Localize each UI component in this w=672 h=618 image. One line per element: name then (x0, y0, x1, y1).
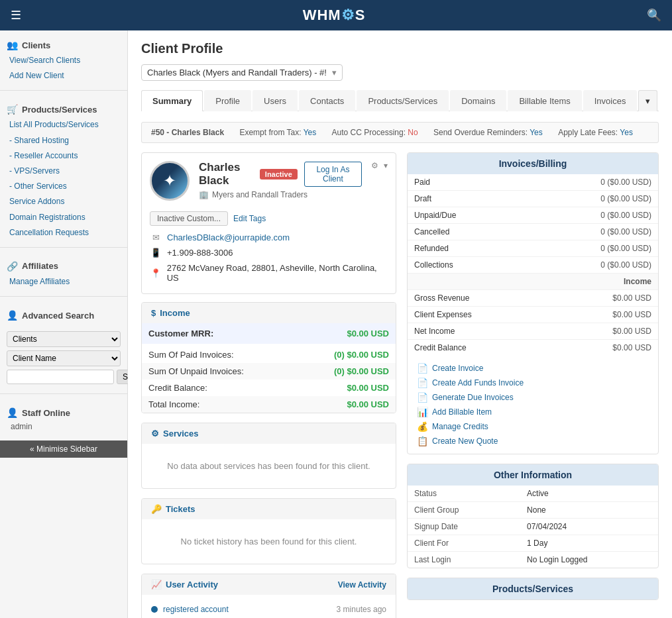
late-fees-link[interactable]: Yes (620, 128, 633, 137)
income-card-body: Customer MRR: $0.00 USD Sum Of Paid Invo… (142, 323, 396, 413)
tab-invoices[interactable]: Invoices (583, 90, 638, 111)
generate-due-invoices-link[interactable]: 📄 Generate Due Invoices (417, 390, 649, 405)
other-info-label-client-for: Client For (408, 535, 520, 552)
create-add-funds-link[interactable]: 📄 Create Add Funds Invoice (417, 376, 649, 390)
add-funds-icon: 📄 (417, 378, 428, 388)
tag-status-button[interactable]: Inactive Custom... (150, 211, 228, 226)
status-bar: #50 - Charles Black Exempt from Tax: Yes… (141, 122, 659, 143)
overdue-link[interactable]: Yes (530, 128, 543, 137)
sidebar-link-vps[interactable]: - VPS/Servers (7, 164, 121, 179)
app-logo: WHM⚙S (21, 7, 647, 24)
client-selector-dropdown[interactable]: Charles Black (Myers and Randall Traders… (141, 64, 343, 81)
avatar: ✦ (150, 161, 190, 201)
billing-value-cancelled: 0 ($0.00 USD) (539, 224, 658, 240)
tab-profile[interactable]: Profile (204, 90, 251, 111)
billing-label-collections: Collections (408, 257, 539, 274)
exempt-tax-link[interactable]: Yes (304, 128, 317, 137)
client-company: 🏢 Myers and Randall Traders (199, 190, 362, 199)
advsearch-icon: 👤 (7, 310, 18, 321)
edit-tags-link[interactable]: Edit Tags (233, 214, 266, 223)
activity-row-0: registered account 3 minutes ago (151, 601, 386, 617)
menu-icon[interactable]: ☰ (11, 8, 21, 23)
income-group-label: Income (408, 274, 658, 290)
other-info-value-client-for: 1 Day (520, 535, 658, 552)
tab-products-services[interactable]: Products/Services (357, 90, 449, 111)
gear-icon[interactable]: ⚙ (371, 161, 378, 170)
sidebar-title-staff: 👤 Staff Online (7, 403, 121, 421)
advsearch-field-dropdown[interactable]: Client Name Email Company (7, 350, 121, 366)
billing-value-credit: $0.00 USD (539, 340, 658, 356)
overdue-label: Send Overdue Reminders: (433, 128, 528, 137)
status-client-id: #50 - Charles Black (151, 128, 224, 137)
user-activity-body: registered account 3 minutes ago (142, 595, 396, 618)
staff-name: admin (7, 421, 121, 431)
create-new-quote-link[interactable]: 📋 Create New Quote (417, 434, 649, 448)
billing-label-unpaid: Unpaid/Due (408, 207, 539, 224)
email-row: ✉ CharlesDBlack@jourrapide.com (150, 230, 388, 245)
company-icon: 🏢 (199, 190, 209, 199)
chevron-down-icon[interactable]: ▾ (384, 161, 388, 170)
billing-label-expenses: Client Expenses (408, 307, 539, 323)
location-icon: 📍 (150, 268, 162, 278)
tab-domains[interactable]: Domains (450, 90, 506, 111)
other-info-value-signup: 07/04/2024 (520, 519, 658, 535)
billing-label-gross: Gross Revenue (408, 290, 539, 307)
activity-time: 3 minutes ago (337, 605, 386, 614)
tab-more-button[interactable]: ▾ (638, 90, 657, 111)
sidebar-link-add-new-client[interactable]: Add New Client (7, 68, 121, 83)
activity-dot (151, 606, 158, 613)
minimise-sidebar-button[interactable]: « Minimise Sidebar (0, 440, 127, 458)
tab-users[interactable]: Users (252, 90, 298, 111)
auto-cc-link[interactable]: No (408, 128, 418, 137)
tab-contacts[interactable]: Contacts (299, 90, 355, 111)
sidebar-link-view-search-clients[interactable]: View/Search Clients (7, 53, 121, 68)
tab-billable-items[interactable]: Billable Items (508, 90, 581, 111)
other-info-value-last-login: No Login Logged (520, 552, 658, 568)
address-text: 2762 McVaney Road, 28801, Asheville, Nor… (167, 263, 388, 283)
sidebar-link-reseller[interactable]: - Reseller Accounts (7, 148, 121, 164)
sidebar-link-shared-hosting[interactable]: - Shared Hosting (7, 133, 121, 148)
sidebar-link-service-addons[interactable]: Service Addons (7, 194, 121, 209)
services-empty-msg: No data about services has been found fo… (151, 450, 386, 482)
billing-value-gross: $0.00 USD (539, 290, 658, 307)
tab-summary[interactable]: Summary (141, 90, 203, 111)
sidebar-link-domain-reg[interactable]: Domain Registrations (7, 210, 121, 225)
create-invoice-link[interactable]: 📄 Create Invoice (417, 361, 649, 376)
billable-item-icon: 📊 (417, 407, 428, 417)
products-services-box: Products/Services (407, 578, 659, 600)
main-content: Client Profile Charles Black (Myers and … (128, 30, 672, 618)
advsearch-type-dropdown[interactable]: Clients Invoices Tickets (7, 331, 121, 347)
services-card-body: No data about services has been found fo… (142, 444, 396, 488)
sidebar-title-affiliates: 🔗 Affiliates (7, 257, 121, 274)
sidebar-section-affiliates: 🔗 Affiliates Manage Affiliates (0, 252, 127, 292)
client-header: ✦ Charles Black Inactive Log In As Clien… (150, 161, 388, 201)
view-activity-link[interactable]: View Activity (338, 580, 386, 590)
auto-cc-label: Auto CC Processing: (332, 128, 406, 137)
generate-due-icon: 📄 (417, 392, 428, 403)
exempt-tax-label: Exempt from Tax: (239, 128, 301, 137)
sidebar-link-cancel-req[interactable]: Cancellation Requests (7, 225, 121, 240)
search-icon[interactable]: 🔍 (647, 8, 661, 23)
add-billable-item-link[interactable]: 📊 Add Billable Item (417, 405, 649, 419)
sidebar: 👥 Clients View/Search Clients Add New Cl… (0, 30, 128, 618)
billing-value-refunded: 0 ($0.00 USD) (539, 240, 658, 257)
layout: 👥 Clients View/Search Clients Add New Cl… (0, 30, 672, 618)
advanced-search-form: Clients Invoices Tickets Client Name Ema… (0, 326, 127, 389)
sidebar-link-manage-affiliates[interactable]: Manage Affiliates (7, 274, 121, 289)
table-row: Last Login No Login Logged (408, 552, 658, 568)
login-as-client-button[interactable]: Log In As Client (304, 162, 362, 187)
gear-services-icon: ⚙ (151, 429, 159, 438)
manage-credits-link[interactable]: 💰 Manage Credits (417, 419, 649, 434)
email-link[interactable]: CharlesDBlack@jourrapide.com (167, 232, 290, 242)
tags-row: Inactive Custom... Edit Tags (150, 211, 388, 226)
sidebar-link-other-services[interactable]: - Other Services (7, 179, 121, 194)
manage-credits-icon: 💰 (417, 421, 428, 432)
billing-value-collections: 0 ($0.00 USD) (539, 257, 658, 274)
sidebar-link-list-products[interactable]: List All Products/Services (7, 117, 121, 132)
sidebar-title-advsearch: 👤 Advanced Search (7, 306, 121, 323)
billing-label-draft: Draft (408, 191, 539, 207)
income-row-0: Sum Of Paid Invoices: (0) $0.00 USD (142, 346, 396, 363)
advsearch-input[interactable] (7, 370, 114, 384)
user-activity-header: 📈 User Activity View Activity (142, 574, 396, 595)
sidebar-section-clients: 👥 Clients View/Search Clients Add New Cl… (0, 30, 127, 86)
